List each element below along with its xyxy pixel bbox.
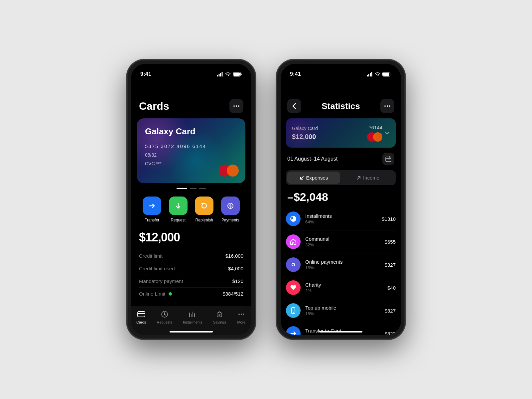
- stats-card-right: *6144: [367, 125, 390, 142]
- tab-cards-label: Cards: [136, 320, 146, 324]
- replenish-icon-bg: [195, 197, 213, 215]
- svg-rect-1: [219, 74, 220, 76]
- cards-title: Cards: [139, 100, 169, 112]
- svg-rect-12: [138, 313, 145, 314]
- expenses-tab-label: Expenses: [306, 175, 328, 181]
- category-item-online: Online payments 16% $327: [286, 253, 396, 276]
- tab-more-label: More: [237, 320, 245, 324]
- svg-point-36: [293, 312, 294, 313]
- home-bar-cards: [170, 331, 213, 332]
- date-range: 01 August–14 August: [281, 148, 401, 170]
- mobile-icon: [286, 303, 301, 318]
- cards-menu-button[interactable]: [229, 99, 243, 113]
- installments-info: Installments 64%: [305, 213, 377, 224]
- credit-limit-value: $16,000: [225, 253, 243, 259]
- mandatory-label: Mandatory payment: [139, 278, 183, 284]
- transfer-label: Transfer: [145, 218, 159, 222]
- transfer-icon-bg: [143, 197, 161, 215]
- requests-icon: [161, 310, 169, 318]
- tab-savings[interactable]: Savings: [213, 310, 226, 324]
- svg-rect-15: [217, 313, 222, 317]
- card-name: Galaxy Card: [145, 126, 237, 137]
- chevron-down-icon: [385, 132, 390, 134]
- back-button[interactable]: [287, 99, 301, 113]
- status-icons-cards: [217, 72, 242, 76]
- replenish-label: Replenish: [196, 218, 213, 222]
- phone-frame-statistics: 9:41: [276, 59, 406, 340]
- mobile-amount: $327: [385, 308, 396, 314]
- installments-tab-icon: [188, 310, 197, 319]
- expenses-icon: [300, 176, 304, 180]
- online-indicator: [169, 292, 172, 296]
- signal-icon: [217, 72, 223, 76]
- requests-tab-icon: [160, 310, 169, 319]
- transfer-button[interactable]: Transfer: [143, 197, 161, 222]
- request-button[interactable]: Request: [169, 197, 188, 222]
- balance-amount: $12,000: [139, 230, 243, 244]
- stats-card-number: *6144: [367, 125, 382, 130]
- installments-percent: 64%: [305, 219, 377, 224]
- svg-rect-22: [370, 73, 371, 76]
- svg-rect-31: [388, 160, 389, 160]
- svg-point-8: [238, 105, 239, 107]
- communal-icon: [286, 234, 301, 249]
- stats-tabs: Expenses Income: [286, 170, 396, 185]
- income-icon: [356, 176, 361, 180]
- mandatory-value: $120: [232, 278, 243, 284]
- calendar-icon: [385, 156, 392, 162]
- tab-installments-label: Installments: [183, 320, 202, 324]
- charity-icon: [286, 280, 301, 295]
- more-icon: [237, 310, 245, 318]
- phone-frame-cards: 9:41: [126, 59, 256, 340]
- phone-mobile-icon: [290, 307, 297, 314]
- stats-galaxy-card: Galaxy Card $12,000 *6144: [286, 118, 396, 148]
- transfer-card-amount: $327: [385, 331, 396, 335]
- calendar-button[interactable]: [382, 153, 394, 165]
- transfer-card-icon: [286, 326, 301, 335]
- svg-rect-3: [222, 72, 223, 76]
- wifi-icon-stats: [375, 72, 380, 76]
- svg-point-17: [238, 314, 240, 315]
- communal-percent: 32%: [305, 242, 380, 247]
- installments-icon: [189, 310, 197, 318]
- income-tab-label: Income: [363, 175, 379, 181]
- online-name: Online payments: [305, 259, 380, 265]
- income-tab[interactable]: Income: [341, 172, 394, 184]
- tab-cards[interactable]: Cards: [136, 310, 146, 324]
- expenses-tab[interactable]: Expenses: [287, 172, 340, 184]
- tab-requests[interactable]: Requests: [157, 310, 172, 324]
- svg-rect-23: [371, 72, 372, 76]
- tab-installments[interactable]: Installments: [183, 310, 202, 324]
- svg-point-16: [219, 314, 220, 316]
- svg-point-14: [164, 314, 165, 315]
- total-expenses: –$2,048: [281, 185, 401, 207]
- mastercard-logo: [219, 165, 239, 177]
- card-dots-indicator: [131, 188, 251, 189]
- payments-button[interactable]: $ Payments: [221, 197, 240, 222]
- replenish-cycle-icon: [200, 202, 208, 209]
- cards-tab-icon: [137, 310, 146, 319]
- stats-mastercard-logo: [367, 132, 382, 142]
- card-expiry: 08/32: [145, 152, 237, 158]
- credit-used-label: Credit limit used: [139, 266, 175, 271]
- charity-name: Charity: [305, 282, 383, 288]
- svg-point-19: [243, 314, 244, 315]
- signal-icon-stats: [367, 72, 373, 76]
- phone-statistics: 9:41: [276, 59, 406, 340]
- svg-rect-0: [217, 75, 218, 76]
- balance-row-mandatory: Mandatory payment $120: [139, 275, 243, 288]
- phone-cards: 9:41: [126, 59, 256, 340]
- transfer-to-card-icon: [290, 330, 297, 335]
- savings-tab-icon: [215, 310, 224, 319]
- tab-savings-label: Savings: [213, 320, 226, 324]
- replenish-button[interactable]: Replenish: [195, 197, 213, 222]
- communal-amount: $655: [385, 239, 396, 245]
- tab-more[interactable]: More: [237, 310, 246, 324]
- mobile-name: Top up mobile: [305, 305, 380, 311]
- balance-section: $12,000 Credit limit $16,000 Credit limi…: [131, 229, 251, 306]
- transfer-arrow-icon: [148, 202, 156, 209]
- transfer-card-percent: 14%: [305, 334, 380, 335]
- stats-menu-button[interactable]: [380, 99, 394, 113]
- dot-3: [199, 188, 206, 189]
- online-percent: 16%: [305, 265, 380, 270]
